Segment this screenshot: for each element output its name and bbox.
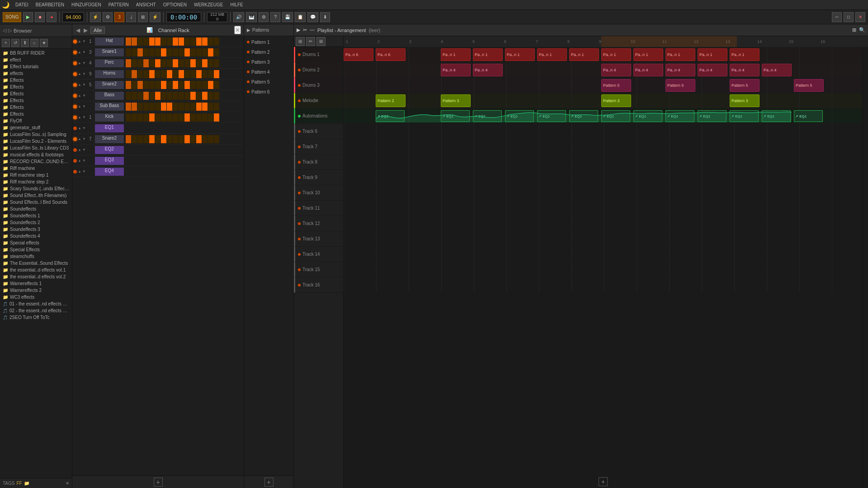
channel-led[interactable] [73,40,77,43]
pad[interactable] [126,113,131,122]
tool-btn-1[interactable]: ⚡ [90,12,101,22]
pad[interactable] [155,38,160,46]
browser-item[interactable]: 📁Soundeffects [0,206,72,212]
add-channel-button[interactable]: + [154,478,163,487]
pl-tool-3[interactable]: ⊞ [316,37,326,46]
pad[interactable] [208,70,213,78]
browser-tags-folder-icon[interactable]: 📁 [24,481,29,486]
eq-block[interactable]: ↗ EQ1 [601,110,630,122]
pad[interactable] [208,135,213,143]
pattern-block[interactable]: Pa..n 6 [344,48,373,61]
track-label[interactable]: Drums 2 [294,62,343,78]
song-mode-button[interactable]: SONG [3,12,21,22]
track-row[interactable] [344,231,863,247]
pad[interactable] [173,113,178,122]
pad[interactable] [196,38,202,46]
pad[interactable] [196,59,202,67]
pad[interactable] [132,103,137,111]
playlist-play-icon[interactable]: ▶ [297,27,300,33]
track-led[interactable] [298,284,301,286]
pad[interactable] [149,113,155,122]
menu-item-ansicht[interactable]: ANSICHT [135,2,157,7]
track-label[interactable]: Drums 3 [294,78,343,93]
eq-block[interactable]: ↗ EQ1 [794,110,823,122]
pad[interactable] [214,48,219,56]
channel-arrow-down[interactable]: ▼ [82,40,86,43]
channel-name[interactable]: Snare2 [95,135,124,143]
browser-item[interactable]: 📁Scary Sounds (..unds Effects) [0,185,72,192]
pad[interactable] [214,135,219,143]
menu-item-hinzufuegen[interactable]: HINZUFÜGEN [70,2,103,7]
pad[interactable] [173,103,178,111]
track-row[interactable]: Pattern 2Pattern 3Pattern 3Pattern 3 [344,93,863,108]
channel-led[interactable] [73,51,77,54]
mixer-button[interactable]: 🔊 [233,12,244,22]
track-led[interactable] [298,253,301,256]
browser-up-btn[interactable]: ⬆ [21,39,29,47]
track-row[interactable]: Pattern 5Pattern 5Pattern 5Pattern 5 [344,78,863,93]
channel-led[interactable] [73,116,77,119]
track-label[interactable]: Track 15 [294,262,343,277]
pad[interactable] [214,59,219,67]
pad[interactable] [161,92,166,100]
track-label[interactable]: Track 6 [294,124,343,139]
channel-arrow-down[interactable]: ▼ [82,83,86,87]
track-led[interactable] [298,84,301,87]
pad[interactable] [208,92,213,100]
channel-name[interactable]: Bass [95,92,124,100]
channel-name[interactable]: EQ4 [95,168,124,176]
browser-item[interactable]: 📁FlyOff [0,117,72,124]
pad[interactable] [155,59,160,67]
menu-item-bearbeiten[interactable]: BEARBEITEN [34,2,66,7]
browser-item[interactable]: 📁Special Effects [0,246,72,253]
channel-led[interactable] [73,148,77,152]
pad[interactable] [132,92,137,100]
channel-name[interactable]: EQ1 [95,124,124,132]
track-led[interactable] [298,222,301,225]
pattern-button[interactable]: 📋 [295,12,306,22]
track-label[interactable]: Track 7 [294,139,343,155]
pad[interactable] [202,92,208,100]
eq-block[interactable]: ↗ EQ1 [505,110,534,122]
pad[interactable] [137,113,143,122]
pad[interactable] [184,103,190,111]
help-button[interactable]: ? [270,12,280,22]
eq-block[interactable]: ↗ EQ2 [376,110,405,122]
pad[interactable] [137,92,143,100]
pad[interactable] [149,92,155,100]
track-row[interactable] [344,201,863,216]
pad[interactable] [132,135,137,143]
pad[interactable] [167,81,172,89]
channel-arrow-down[interactable]: ▼ [82,72,86,76]
eq-block[interactable]: ↗ EQ1 [537,110,566,122]
pad[interactable] [161,135,166,143]
pad[interactable] [149,135,155,143]
pad[interactable] [196,103,202,111]
pad[interactable] [143,81,149,89]
pad[interactable] [126,81,131,89]
pad[interactable] [149,48,155,56]
pad[interactable] [173,59,178,67]
browser-item[interactable]: 📁Sound Effects..l Bird Sounds [0,199,72,206]
track-led[interactable] [298,176,301,179]
pad[interactable] [126,70,131,78]
pattern-block[interactable]: Pa..n 1 [569,48,599,61]
pattern-block[interactable]: Pa..n 4 [665,64,695,76]
browser-item[interactable]: 📁BB RUFF RIDER [0,50,72,56]
pad[interactable] [184,48,190,56]
pad[interactable] [167,48,172,56]
browser-back-icon[interactable]: ◁ [3,28,6,33]
pattern-block[interactable]: Pa..n 6 [376,48,406,61]
pad[interactable] [173,70,178,78]
pattern-block[interactable]: Pa..n 1 [698,48,727,61]
pad[interactable] [190,38,196,46]
tool-btn-4[interactable]: ♩ [126,12,136,22]
track-label[interactable]: Track 13 [294,231,343,247]
eq-block[interactable]: ↗ EQ1 [665,110,694,122]
browser-item[interactable]: 📁Soundeffects 4 [0,233,72,239]
track-row[interactable]: Pa..n 6Pa..n 6Pa..n 1Pa..n 1Pa..n 1Pa..n… [344,47,863,62]
browser-item[interactable]: 📁effects [0,70,72,77]
pad[interactable] [184,113,190,122]
channel-rack-close[interactable]: ✕ [234,26,241,34]
eq-block[interactable]: ↗ EQ1 [473,110,502,122]
